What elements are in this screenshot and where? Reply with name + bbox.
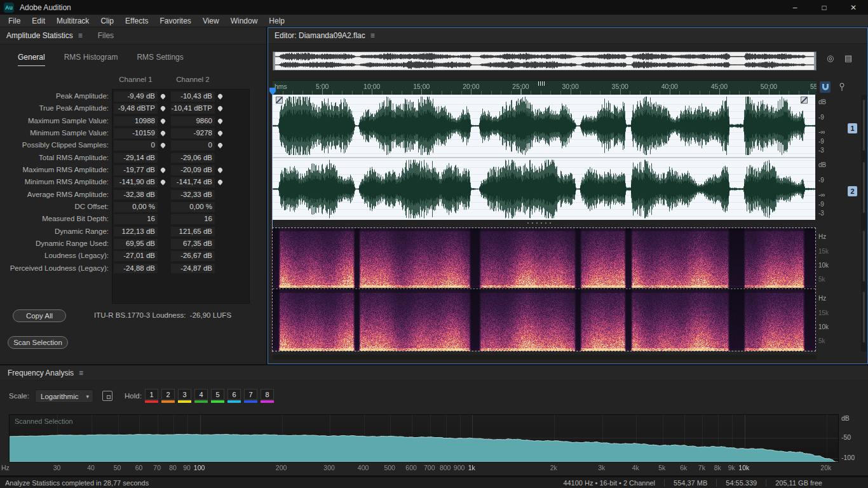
- menu-edit[interactable]: Edit: [26, 15, 51, 27]
- stat-value-ch2: 0,00 %: [171, 202, 215, 212]
- tab-rms-settings[interactable]: RMS Settings: [137, 53, 183, 66]
- marker-pin-icon[interactable]: [160, 167, 166, 173]
- vertical-zoom-scrollbar[interactable]: [861, 95, 867, 351]
- marker-pin-icon[interactable]: [217, 179, 224, 186]
- window-minimize-button[interactable]: –: [780, 0, 810, 15]
- marker-pin-icon[interactable]: [160, 179, 166, 186]
- hold-button-3[interactable]: 3: [178, 389, 191, 403]
- hold-button-6[interactable]: 6: [227, 389, 241, 403]
- stat-value-ch2: -141,74 dB: [171, 177, 215, 187]
- marker-pin-icon[interactable]: [160, 118, 166, 124]
- scrollbar-thumb[interactable]: [863, 100, 865, 151]
- copy-graph-data-icon[interactable]: [102, 391, 112, 401]
- tab-rms-histogram[interactable]: RMS Histogram: [64, 53, 118, 66]
- adobe-audition-window: Au Adobe Audition –□✕ FileEditMultitrack…: [0, 0, 868, 488]
- freq-axis-label: 300: [320, 464, 338, 471]
- hold-number: 8: [261, 389, 274, 400]
- window-maximize-button[interactable]: □: [810, 0, 839, 15]
- stats-tab-strip: GeneralRMS HistogramRMS Settings: [18, 53, 184, 66]
- channel-2-badge[interactable]: 2: [848, 186, 857, 196]
- app-logo-icon: Au: [4, 3, 14, 13]
- marker-pin-icon[interactable]: [217, 93, 224, 100]
- overview-waveform: [273, 52, 816, 70]
- menu-file[interactable]: File: [3, 15, 26, 27]
- editor-tab[interactable]: Editor: Diamanda09A2.flac: [268, 31, 365, 40]
- table-row: Perceived Loudness (Legacy):-24,88 dB-24…: [0, 262, 266, 274]
- hold-button-8[interactable]: 8: [261, 389, 274, 403]
- stat-value-ch1: 69,95 dB: [114, 239, 158, 249]
- spectrogram: [273, 228, 815, 351]
- chart-label: Scanned Selection: [15, 417, 73, 425]
- freq-axis-label: 2k: [545, 464, 562, 471]
- panel-tab-amplitude-statistics[interactable]: Amplitude Statistics: [0, 31, 73, 40]
- marker-pin-icon[interactable]: [217, 167, 224, 173]
- stat-value-ch2: -9278: [171, 128, 215, 139]
- marker-pin-icon[interactable]: [217, 130, 224, 137]
- menu-window[interactable]: Window: [225, 15, 264, 27]
- ruler-time-label: 10:00: [363, 83, 381, 90]
- copy-all-button[interactable]: Copy All: [13, 309, 66, 322]
- scrollbar-thumb[interactable]: [863, 231, 865, 281]
- panel-divider[interactable]: [266, 27, 268, 364]
- overview-right-handle[interactable]: [814, 52, 816, 70]
- hold-number: 3: [178, 389, 191, 400]
- panel-tab-frequency-analysis[interactable]: Frequency Analysis: [0, 369, 74, 377]
- hold-button-2[interactable]: 2: [161, 389, 175, 403]
- marker-pin-icon[interactable]: [160, 93, 166, 100]
- tab-general[interactable]: General: [18, 53, 45, 66]
- freq-axis-label: 600: [402, 464, 420, 471]
- window-close-button[interactable]: ✕: [839, 0, 868, 15]
- menu-favorites[interactable]: Favorites: [154, 15, 197, 27]
- scrollbar-thumb[interactable]: [863, 162, 865, 213]
- marker-pin-icon[interactable]: [160, 105, 166, 112]
- frequency-chart[interactable]: Scanned Selection: [9, 414, 839, 463]
- menu-clip[interactable]: Clip: [95, 15, 119, 27]
- menu-view[interactable]: View: [197, 15, 225, 27]
- marker-pin-icon[interactable]: [217, 105, 224, 112]
- menu-multitrack[interactable]: Multitrack: [51, 15, 95, 27]
- stat-label: Dynamic Range:: [0, 226, 109, 238]
- waveform-display[interactable]: [273, 95, 815, 220]
- menu-effects[interactable]: Effects: [119, 15, 154, 27]
- panel-menu-icon[interactable]: ≡: [370, 31, 375, 40]
- panel-tab-bar: Amplitude Statistics ≡ Files: [0, 27, 266, 44]
- hz-scale-label: 10k: [818, 262, 829, 269]
- menu-help[interactable]: Help: [263, 15, 290, 27]
- marker-pin-icon[interactable]: [217, 118, 224, 124]
- freq-axis-label: 5k: [653, 464, 671, 471]
- marker-pin-icon[interactable]: [160, 142, 166, 149]
- hold-button-7[interactable]: 7: [244, 389, 257, 403]
- status-format-info: 44100 Hz • 16-bit • 2 Channel: [554, 479, 664, 487]
- hold-button-5[interactable]: 5: [211, 389, 224, 403]
- panel-tab-files[interactable]: Files: [98, 31, 114, 40]
- marker-pin-icon[interactable]: [160, 130, 166, 137]
- scrollbar-thumb[interactable]: [863, 292, 865, 342]
- overview-left-handle[interactable]: [273, 52, 275, 70]
- channel-1-badge[interactable]: 1: [848, 123, 857, 133]
- hold-button-4[interactable]: 4: [194, 389, 208, 403]
- hz-scale-label: 5k: [818, 276, 825, 283]
- db-scale-label: dB: [818, 98, 826, 105]
- panel-splitter[interactable]: [527, 222, 551, 224]
- status-duration: 54:55.339: [717, 479, 766, 487]
- marker-pin-icon[interactable]: [217, 142, 224, 149]
- amplitude-statistics-panel: Amplitude Statistics ≡ Files GeneralRMS …: [0, 27, 266, 364]
- hold-button-1[interactable]: 1: [145, 389, 158, 403]
- scale-label: Scale:: [9, 392, 29, 400]
- status-info-group: 44100 Hz • 16-bit • 2 Channel554,37 MB54…: [554, 479, 868, 487]
- panel-tab-bar: Frequency Analysis ≡: [0, 365, 868, 381]
- panel-menu-icon[interactable]: ≡: [79, 369, 83, 377]
- scale-dropdown[interactable]: Logarithmic ▾: [35, 390, 93, 403]
- menubar: FileEditMultitrackClipEffectsFavoritesVi…: [0, 15, 868, 27]
- stat-value-ch2: -10,43 dB: [171, 92, 215, 102]
- stat-label: Peak Amplitude:: [0, 90, 109, 102]
- fade-in-handle[interactable]: [276, 97, 283, 104]
- panel-menu-icon[interactable]: ≡: [78, 31, 83, 40]
- horizontal-scrollbar[interactable]: [273, 355, 817, 360]
- spectral-display[interactable]: [272, 227, 816, 351]
- scan-selection-button[interactable]: Scan Selection: [8, 336, 68, 349]
- overview-navigator[interactable]: [273, 51, 817, 71]
- cue-marker-tick: [544, 81, 545, 86]
- stat-label: Minimum RMS Amplitude:: [0, 176, 109, 188]
- fade-out-handle[interactable]: [801, 97, 808, 104]
